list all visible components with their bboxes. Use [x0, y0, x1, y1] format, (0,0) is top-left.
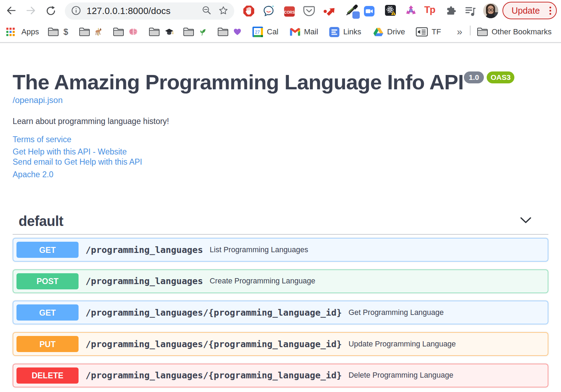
- terms-of-service-link[interactable]: Terms of service: [13, 135, 71, 144]
- operation-path: /programming_languages: [86, 245, 203, 255]
- apps-grid-icon: [6, 28, 15, 36]
- version-badge: 1.0: [464, 71, 484, 83]
- operation-path: /programming_languages: [86, 276, 203, 286]
- bookmark-label: TF: [432, 27, 441, 36]
- operation-path: /programming_languages/{programming_lang…: [86, 339, 342, 349]
- zoom-camera-icon[interactable]: [364, 6, 374, 18]
- bookmark-cal[interactable]: 27 Cal: [252, 22, 278, 42]
- folder-icon: [218, 28, 228, 36]
- folder-icon: [113, 28, 124, 36]
- method-badge: GET: [16, 304, 79, 321]
- bookmark-folder-dollar[interactable]: $: [48, 22, 68, 42]
- address-bar[interactable]: 127.0.0.1:8000/docs: [65, 2, 234, 20]
- bookmarks-overflow-chevron[interactable]: »: [457, 22, 462, 42]
- browser-window: 127.0.0.1:8000/docs: [0, 0, 561, 392]
- operation-row-delete[interactable]: DELETE /programming_languages/{programmi…: [13, 364, 548, 387]
- operation-summary: Delete Programming Language: [349, 371, 453, 380]
- method-badge: POST: [16, 273, 79, 289]
- oas3-badge: OAS3: [487, 71, 514, 83]
- api-title: The Amazing Programming Language Info AP…: [13, 70, 548, 95]
- bookmark-apps[interactable]: Apps: [6, 22, 39, 42]
- carousel-horse-icon: [95, 28, 102, 36]
- bookmark-links[interactable]: Links: [329, 22, 361, 42]
- cors-label: CORS: [284, 10, 295, 14]
- redirect-arrow-icon[interactable]: [324, 6, 335, 18]
- bookmark-folder-heart[interactable]: [218, 22, 241, 42]
- bookmark-drive[interactable]: Drive: [373, 22, 405, 42]
- graduation-cap-icon: [165, 28, 174, 35]
- operation-summary: Get Programming Language: [349, 308, 444, 317]
- email-help-link[interactable]: Send email to Get Help with this API: [13, 157, 142, 166]
- playlist-icon[interactable]: [465, 6, 476, 18]
- pocket-icon[interactable]: [303, 6, 315, 18]
- folder-icon: [79, 28, 90, 36]
- back-icon[interactable]: [7, 6, 16, 15]
- recycle-icon[interactable]: [406, 5, 416, 17]
- calendar-day-text: 27: [255, 30, 260, 35]
- operation-path: /programming_languages/{programming_lang…: [86, 308, 342, 318]
- purple-heart-icon: [234, 28, 241, 35]
- color-picker-icon[interactable]: [346, 5, 360, 20]
- operation-summary: Update Programming Language: [349, 340, 456, 349]
- chat-bubble-icon[interactable]: [263, 6, 274, 18]
- google-calendar-icon: 27: [252, 27, 263, 37]
- adblock-hand-icon[interactable]: [243, 5, 255, 18]
- swagger-page: The Amazing Programming Language Info AP…: [0, 43, 561, 387]
- bookmark-label: Other Bookmarks: [492, 27, 552, 36]
- site-info-icon[interactable]: [72, 6, 81, 16]
- browser-chrome: 127.0.0.1:8000/docs: [0, 0, 561, 43]
- tp-icon[interactable]: Tp: [424, 5, 435, 15]
- url-text[interactable]: 127.0.0.1:8000/docs: [87, 6, 170, 16]
- bookmark-folder-graduation[interactable]: [149, 22, 174, 42]
- cors-icon[interactable]: CORS: [284, 6, 295, 18]
- method-badge: DELETE: [16, 367, 79, 384]
- dollar-sign-glyph: $: [63, 27, 68, 37]
- folder-icon: [183, 28, 194, 36]
- license-link[interactable]: Apache 2.0: [13, 170, 53, 179]
- tag-section-header[interactable]: default: [13, 213, 548, 235]
- profile-avatar[interactable]: [483, 3, 498, 18]
- links-icon: [329, 27, 339, 37]
- react-devtools-icon[interactable]: [385, 5, 396, 17]
- website-help-link[interactable]: Get Help with this API - Website: [13, 147, 127, 156]
- folder-icon: [48, 28, 59, 36]
- update-menu-kebab-icon[interactable]: [549, 7, 551, 15]
- operation-row-get-list[interactable]: GET /programming_languages List Programm…: [13, 238, 548, 262]
- forward-icon[interactable]: [26, 6, 35, 15]
- update-label: Update: [512, 6, 540, 16]
- bookmark-label: Links: [343, 27, 361, 36]
- bookmark-label: Apps: [21, 27, 39, 36]
- bookmark-mail[interactable]: Mail: [290, 22, 318, 42]
- bookmark-folder-herb[interactable]: [183, 22, 207, 42]
- bookmark-tf[interactable]: TF: [416, 22, 441, 42]
- method-badge: PUT: [16, 336, 79, 352]
- folder-icon: [477, 28, 488, 36]
- bookmark-star-icon[interactable]: [218, 6, 228, 17]
- badge-card-icon: [416, 27, 428, 36]
- collapse-chevron-icon[interactable]: [520, 217, 531, 225]
- puzzle-extensions-icon[interactable]: [446, 6, 456, 17]
- bookmark-label: Mail: [304, 27, 318, 36]
- bookmark-folder-brain[interactable]: [113, 22, 137, 42]
- operation-row-get-one[interactable]: GET /programming_languages/{programming_…: [13, 301, 548, 324]
- update-button[interactable]: Update: [502, 2, 557, 19]
- zoom-out-icon[interactable]: [202, 6, 211, 16]
- herb-icon: [199, 28, 207, 36]
- google-drive-icon: [373, 28, 383, 36]
- bookmark-label: Cal: [267, 27, 278, 36]
- api-description: Learn about programming language history…: [13, 116, 548, 126]
- brain-icon: [129, 28, 137, 35]
- operation-path: /programming_languages/{programming_lang…: [86, 370, 342, 380]
- operation-summary: List Programming Languages: [210, 246, 308, 254]
- openapi-json-link[interactable]: /openapi.json: [13, 95, 63, 105]
- folder-icon: [149, 28, 160, 36]
- operation-row-post-create[interactable]: POST /programming_languages Create Progr…: [13, 269, 548, 293]
- bookmark-folder-carousel[interactable]: [79, 22, 102, 42]
- bookmark-other-bookmarks[interactable]: Other Bookmarks: [477, 22, 552, 42]
- bookmark-label: Drive: [387, 27, 405, 36]
- reload-icon[interactable]: [46, 6, 56, 15]
- method-badge: GET: [16, 242, 79, 258]
- tag-name: default: [19, 213, 63, 229]
- gmail-icon: [290, 28, 300, 36]
- operation-row-put-update[interactable]: PUT /programming_languages/{programming_…: [13, 332, 548, 356]
